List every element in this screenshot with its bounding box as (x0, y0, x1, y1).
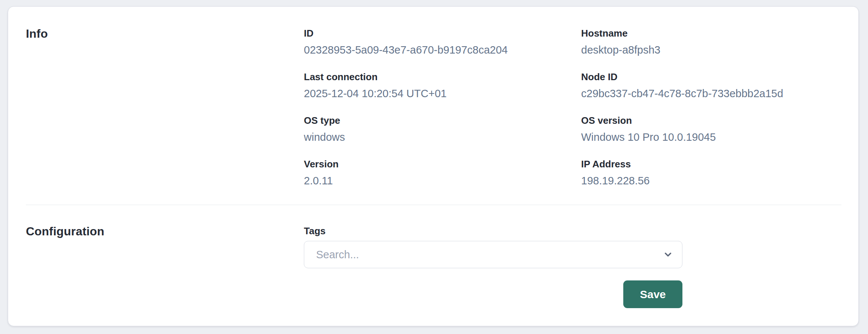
section-divider (26, 205, 841, 205)
tags-search-input[interactable] (304, 241, 682, 268)
agent-details-card: Info ID 02328953-5a09-43e7-a670-b9197c8c… (8, 6, 859, 326)
field-os-version: OS version Windows 10 Pro 10.0.19045 (581, 115, 841, 143)
field-id-label: ID (304, 27, 581, 39)
configuration-form: Tags Save (304, 225, 841, 308)
field-hostname-label: Hostname (581, 27, 841, 39)
field-last-connection: Last connection 2025-12-04 10:20:54 UTC+… (304, 71, 581, 100)
field-ip-address-label: IP Address (581, 158, 841, 170)
field-ip-address-value: 198.19.228.56 (581, 174, 841, 187)
field-id-value: 02328953-5a09-43e7-a670-b9197c8ca204 (304, 44, 581, 56)
field-node-id-label: Node ID (581, 71, 841, 83)
field-os-version-label: OS version (581, 115, 841, 126)
field-os-type-value: windows (304, 131, 581, 143)
configuration-section: Configuration Tags Save (26, 225, 841, 308)
info-section: Info ID 02328953-5a09-43e7-a670-b9197c8c… (26, 27, 841, 187)
field-version-value: 2.0.11 (304, 174, 581, 187)
field-ip-address: IP Address 198.19.228.56 (581, 158, 841, 187)
field-hostname: Hostname desktop-a8fpsh3 (581, 27, 841, 56)
field-os-type: OS type windows (304, 115, 581, 143)
field-last-connection-value: 2025-12-04 10:20:54 UTC+01 (304, 87, 581, 100)
field-last-connection-label: Last connection (304, 71, 581, 83)
info-fields-grid: ID 02328953-5a09-43e7-a670-b9197c8ca204 … (304, 27, 841, 187)
save-row: Save (304, 280, 682, 308)
field-version: Version 2.0.11 (304, 158, 581, 187)
info-heading: Info (26, 27, 304, 40)
field-hostname-value: desktop-a8fpsh3 (581, 44, 841, 56)
field-version-label: Version (304, 158, 581, 170)
field-id: ID 02328953-5a09-43e7-a670-b9197c8ca204 (304, 27, 581, 56)
field-node-id-value: c29bc337-cb47-4c78-8c7b-733ebbb2a15d (581, 87, 841, 100)
field-node-id: Node ID c29bc337-cb47-4c78-8c7b-733ebbb2… (581, 71, 841, 100)
tags-select[interactable] (304, 241, 682, 268)
field-os-version-value: Windows 10 Pro 10.0.19045 (581, 131, 841, 143)
configuration-heading: Configuration (26, 225, 304, 238)
save-button[interactable]: Save (623, 280, 682, 308)
field-os-type-label: OS type (304, 115, 581, 126)
tags-label: Tags (304, 225, 841, 237)
